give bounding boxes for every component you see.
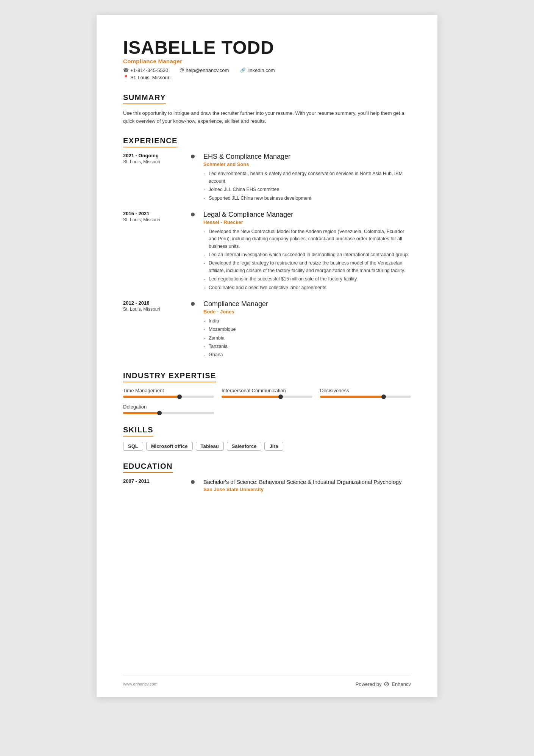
expertise-section: INDUSTRY EXPERTISE Time Management Inter… — [123, 371, 411, 414]
experience-entry: 2015 - 2021 St. Louis, Missouri Legal & … — [123, 211, 411, 293]
bullet-item: Developed the legal strategy to restruct… — [203, 260, 411, 274]
exp-company: Bode - Jones — [203, 309, 411, 315]
expertise-bar — [320, 396, 411, 398]
expertise-fill — [222, 396, 281, 398]
location-icon: 📍 — [123, 75, 129, 80]
expertise-dot — [381, 394, 386, 399]
edu-timeline — [187, 478, 198, 484]
exp-details: Compliance Manager Bode - Jones IndiaMoz… — [198, 300, 411, 360]
skill-badge: Salesforce — [227, 442, 262, 451]
expertise-label: Interpersonal Communication — [222, 388, 312, 393]
resume-page: ISABELLE TODD Compliance Manager ☎ +1-91… — [97, 15, 437, 697]
exp-date: 2012 - 2016 — [123, 300, 184, 306]
bullet-item: Led negotiations in the successful $15 m… — [203, 275, 411, 283]
skill-badge: Microsoft office — [146, 442, 193, 451]
experience-section: EXPERIENCE 2021 - Ongoing St. Louis, Mis… — [123, 136, 411, 360]
phone-value: +1-914-345-5530 — [130, 67, 168, 73]
exp-company: Schmeler and Sons — [203, 161, 411, 167]
expertise-title: INDUSTRY EXPERTISE — [123, 371, 216, 382]
experience-entry: 2012 - 2016 St. Louis, Missouri Complian… — [123, 300, 411, 360]
exp-timeline — [187, 211, 198, 216]
edu-school: San Jose State University — [203, 487, 411, 492]
expertise-label: Delegation — [123, 404, 214, 410]
exp-date-location: 2021 - Ongoing St. Louis, Missouri — [123, 153, 187, 164]
contact-phone: ☎ +1-914-345-5530 — [123, 67, 168, 73]
exp-role: Compliance Manager — [203, 300, 411, 308]
contact-location: 📍 St. Louis, Missouri — [123, 75, 170, 80]
skill-badge: Jira — [264, 442, 283, 451]
bullet-item: Led an internal investigation which succ… — [203, 251, 411, 258]
expertise-dot — [177, 394, 182, 399]
bullet-item: Ghana — [203, 351, 411, 358]
exp-bullets: Developed the New Contractual Model for … — [203, 228, 411, 291]
skills-row: SQLMicrosoft officeTableauSalesforceJira — [123, 442, 411, 451]
contact-row-2: 📍 St. Louis, Missouri — [123, 75, 411, 82]
expertise-label: Decisiveness — [320, 388, 411, 393]
bullet-item: Led environmental, health & safety and e… — [203, 170, 411, 185]
expertise-row-1: Time Management Interpersonal Communicat… — [123, 388, 411, 398]
exp-bullets: Led environmental, health & safety and e… — [203, 170, 411, 202]
expertise-row-2: Delegation — [123, 404, 411, 414]
bullet-item: Coordinated and closed two collective la… — [203, 284, 411, 291]
footer-logo: Powered by ⊘ Enhancv — [356, 680, 411, 688]
candidate-name: ISABELLE TODD — [123, 38, 411, 58]
expertise-label: Time Management — [123, 388, 214, 393]
education-section: EDUCATION 2007 - 2011 Bachelor's of Scie… — [123, 462, 411, 492]
education-entries: 2007 - 2011 Bachelor's of Science: Behav… — [123, 478, 411, 492]
exp-role: Legal & Compliance Manager — [203, 211, 411, 219]
footer-website: www.enhancv.com — [123, 682, 158, 686]
bullet-item: Mozambique — [203, 326, 411, 333]
education-title: EDUCATION — [123, 462, 173, 473]
exp-company: Hessel - Ruecker — [203, 219, 411, 225]
exp-location: St. Louis, Missouri — [123, 307, 184, 312]
summary-text: Use this opportunity to intrigue and dra… — [123, 110, 411, 125]
skills-title: SKILLS — [123, 426, 153, 437]
expertise-item: Delegation — [123, 404, 214, 414]
resume-footer: www.enhancv.com Powered by ⊘ Enhancv — [123, 676, 411, 688]
education-entry: 2007 - 2011 Bachelor's of Science: Behav… — [123, 478, 411, 492]
exp-date: 2015 - 2021 — [123, 211, 184, 216]
timeline-dot — [191, 213, 195, 216]
expertise-dot — [278, 394, 283, 399]
edu-details: Bachelor's of Science: Behavioral Scienc… — [198, 478, 411, 492]
expertise-fill — [123, 396, 180, 398]
exp-bullets: IndiaMozambiqueZambiaTanzaniaGhana — [203, 318, 411, 359]
bullet-item: Developed the New Contractual Model for … — [203, 228, 411, 250]
phone-icon: ☎ — [123, 67, 129, 73]
bullet-item: Joined JLL China EHS committee — [203, 186, 411, 193]
bullet-item: Supported JLL China new business develop… — [203, 195, 411, 202]
edu-dot — [191, 480, 195, 484]
expertise-item: Decisiveness — [320, 388, 411, 398]
exp-date-location: 2012 - 2016 St. Louis, Missouri — [123, 300, 187, 312]
contact-linkedin: 🔗 linkedin.com — [240, 67, 275, 73]
expertise-bar — [222, 396, 312, 398]
location-value: St. Louis, Missouri — [130, 75, 170, 80]
expertise-fill — [123, 412, 159, 414]
timeline-dot — [191, 155, 195, 158]
edu-date: 2007 - 2011 — [123, 478, 187, 484]
exp-details: EHS & Compliance Manager Schmeler and So… — [198, 153, 411, 203]
expertise-item: Interpersonal Communication — [222, 388, 312, 398]
linkedin-value: linkedin.com — [247, 67, 275, 73]
skills-section: SKILLS SQLMicrosoft officeTableauSalesfo… — [123, 426, 411, 451]
expertise-fill — [320, 396, 384, 398]
expertise-bar — [123, 412, 214, 414]
skill-badge: SQL — [123, 442, 143, 451]
timeline-dot — [191, 302, 195, 306]
expertise-dot — [157, 411, 162, 415]
expertise-bar — [123, 396, 214, 398]
expertise-item: Time Management — [123, 388, 214, 398]
exp-location: St. Louis, Missouri — [123, 217, 184, 222]
linkedin-icon: 🔗 — [240, 67, 246, 73]
exp-date-location: 2015 - 2021 St. Louis, Missouri — [123, 211, 187, 222]
brand-name: Enhancv — [392, 681, 411, 687]
brand-icon: ⊘ — [384, 680, 389, 688]
job-title: Compliance Manager — [123, 58, 411, 64]
exp-date: 2021 - Ongoing — [123, 153, 184, 158]
bullet-item: India — [203, 318, 411, 325]
summary-section: SUMMARY Use this opportunity to intrigue… — [123, 93, 411, 125]
skill-badge: Tableau — [196, 442, 224, 451]
contact-email: @ help@enhancv.com — [180, 67, 229, 73]
summary-title: SUMMARY — [123, 93, 166, 104]
experience-title: EXPERIENCE — [123, 136, 178, 147]
